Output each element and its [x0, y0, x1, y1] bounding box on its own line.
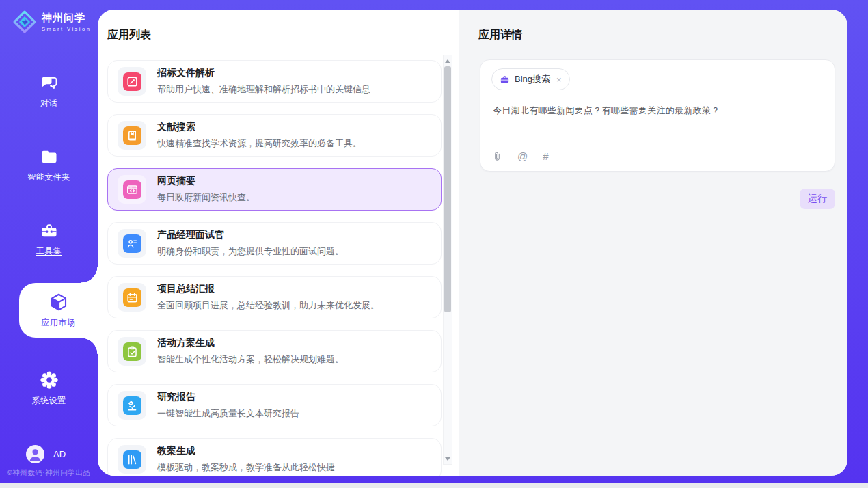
app-card-text: 网页摘要 每日政府新闻资讯快查。: [157, 175, 255, 204]
app-card-title: 招标文件解析: [157, 67, 370, 79]
avatar: [26, 445, 44, 463]
interviewer-icon: [123, 234, 141, 253]
scrollbar[interactable]: [443, 55, 452, 465]
gear-icon: [39, 370, 59, 390]
app-card-bid-parse[interactable]: 招标文件解析 帮助用户快速、准确地理解和解析招标书中的关键信息: [107, 60, 442, 103]
sidebar-item-smart-folder[interactable]: 智能文件夹: [0, 146, 98, 185]
sidebar-item-label: 应用市场: [42, 317, 76, 329]
app-card-desc: 全面回顾项目进展，总结经验教训，助力未来优化发展。: [157, 299, 379, 312]
brand-diamond-icon: [12, 10, 37, 34]
app-card-project-summary[interactable]: 项目总结汇报 全面回顾项目进展，总结经验教训，助力未来优化发展。: [107, 276, 442, 318]
app-icon-tile: [118, 391, 146, 420]
app-card-text: 活动方案生成 智能生成个性化活动方案，轻松解决规划难题。: [157, 337, 344, 366]
clipboard-check-icon: [123, 342, 141, 361]
app-card-title: 教案生成: [157, 445, 335, 457]
app-icon-tile: [118, 337, 146, 366]
app-card-event-plan[interactable]: 活动方案生成 智能生成个性化活动方案，轻松解决规划难题。: [107, 330, 442, 372]
app-card-title: 网页摘要: [157, 175, 255, 187]
microscope-icon: [123, 396, 141, 415]
app-card-title: 项目总结汇报: [157, 283, 379, 295]
app-card-pm-interviewer[interactable]: 产品经理面试官 明确身份和职责，为您提供专业性的面试问题。: [107, 222, 442, 265]
sidebar-item-label: 工具集: [36, 245, 62, 257]
scrollbar-thumb[interactable]: [444, 66, 451, 312]
app-icon-tile: [118, 445, 146, 474]
person-icon: [26, 445, 44, 463]
app-card-text: 招标文件解析 帮助用户快速、准确地理解和解析招标书中的关键信息: [157, 67, 370, 96]
query-text[interactable]: 今日湖北有哪些新闻要点？有哪些需要关注的最新政策？: [493, 105, 822, 117]
sidebar-item-app-market[interactable]: 应用市场: [19, 283, 98, 338]
app-card-literature-search[interactable]: 文献搜索 快速精准查找学术资源，提高研究效率的必备工具。: [107, 114, 442, 157]
run-button[interactable]: 运行: [800, 189, 835, 209]
app-card-text: 研究报告 一键智能生成高质量长文本研究报告: [157, 391, 299, 420]
sidebar-item-label: 对话: [40, 98, 57, 109]
sidebar-item-label: 系统设置: [32, 395, 66, 407]
app-card-desc: 明确身份和职责，为您提供专业性的面试问题。: [157, 245, 344, 258]
browser-code-icon: [123, 180, 141, 199]
brand-name: 神州问学: [42, 12, 91, 25]
app-card-text: 文献搜索 快速精准查找学术资源，提高研究效率的必备工具。: [157, 121, 362, 150]
pen-square-icon: [123, 72, 141, 91]
query-card: Bing搜索 × 今日湖北有哪些新闻要点？有哪些需要关注的最新政策？ @ #: [480, 59, 835, 172]
brand-logo: 神州问学 Smart Vision: [0, 0, 98, 34]
book-icon: [123, 126, 141, 145]
books-icon: [123, 450, 141, 469]
mention-icon[interactable]: @: [517, 150, 528, 162]
app-frame: 神州问学 Smart Vision 对话 智能文件夹: [0, 0, 868, 483]
scroll-up-button[interactable]: [444, 56, 452, 66]
triangle-down-icon: [445, 457, 450, 461]
triangle-up-icon: [445, 59, 450, 63]
sidebar-item-settings[interactable]: 系统设置: [0, 369, 98, 407]
briefcase-icon: [500, 74, 510, 85]
hashtag-icon[interactable]: #: [543, 150, 548, 162]
app-card-title: 产品经理面试官: [157, 229, 344, 241]
chat-icon: [40, 74, 59, 93]
app-card-desc: 智能生成个性化活动方案，轻松解决规划难题。: [157, 353, 344, 366]
scroll-down-button[interactable]: [444, 454, 452, 463]
app-icon-tile: [118, 67, 146, 96]
sidebar: 神州问学 Smart Vision 对话 智能文件夹: [0, 0, 98, 483]
tool-chip-bing-search[interactable]: Bing搜索 ×: [491, 68, 570, 90]
paperclip-icon[interactable]: [492, 150, 502, 162]
calendar-note-icon: [123, 288, 141, 307]
folder-icon: [40, 148, 59, 167]
app-card-desc: 每日政府新闻资讯快查。: [157, 191, 255, 204]
brand-tagline: Smart Vision: [42, 26, 91, 32]
sidebar-item-toolset[interactable]: 工具集: [0, 220, 98, 258]
brand-text: 神州问学 Smart Vision: [42, 12, 91, 32]
copyright: ©神州数码·神州问学出品: [7, 468, 90, 478]
app-card-title: 活动方案生成: [157, 337, 344, 349]
app-card-desc: 模板驱动，教案秒成，教学准备从此轻松快捷: [157, 461, 335, 474]
app-card-text: 教案生成 模板驱动，教案秒成，教学准备从此轻松快捷: [157, 445, 335, 474]
content-area: 应用列表 招标文件解析 帮助用户快速、准确地理解和解析招标书中的关键信息: [98, 10, 847, 476]
run-row: 运行: [459, 172, 847, 209]
user-profile[interactable]: AD: [26, 445, 66, 463]
app-card-text: 项目总结汇报 全面回顾项目进展，总结经验教训，助力未来优化发展。: [157, 283, 379, 312]
app-card-title: 研究报告: [157, 391, 299, 403]
app-card-title: 文献搜索: [157, 121, 362, 133]
app-card-text: 产品经理面试官 明确身份和职责，为您提供专业性的面试问题。: [157, 229, 344, 258]
user-name: AD: [53, 449, 66, 459]
sidebar-item-chat[interactable]: 对话: [0, 72, 98, 111]
chip-label: Bing搜索: [515, 73, 550, 85]
app-card-research-report[interactable]: 研究报告 一键智能生成高质量长文本研究报告: [107, 384, 442, 426]
app-card-desc: 快速精准查找学术资源，提高研究效率的必备工具。: [157, 137, 362, 150]
app-list: 招标文件解析 帮助用户快速、准确地理解和解析招标书中的关键信息 文献搜索: [107, 60, 442, 476]
app-card-desc: 帮助用户快速、准确地理解和解析招标书中的关键信息: [157, 83, 370, 96]
app-card-web-summary[interactable]: 网页摘要 每日政府新闻资讯快查。: [107, 168, 442, 211]
cube-icon: [49, 292, 69, 312]
attachment-toolbar: @ #: [492, 150, 549, 162]
app-icon-tile: [118, 175, 146, 204]
app-detail-panel: 应用详情 Bing搜索 × 今日湖北有哪些新闻要点？有哪些需要关注的最新政策？: [459, 10, 847, 476]
app-card-desc: 一键智能生成高质量长文本研究报告: [157, 407, 299, 420]
chip-close-icon[interactable]: ×: [556, 75, 562, 84]
sidebar-nav: 对话 智能文件夹 工具集: [0, 72, 98, 407]
app-list-title: 应用列表: [107, 28, 459, 42]
app-card-lesson-plan[interactable]: 教案生成 模板驱动，教案秒成，教学准备从此轻松快捷: [107, 438, 442, 476]
app-detail-title: 应用详情: [478, 28, 847, 42]
app-list-panel: 应用列表 招标文件解析 帮助用户快速、准确地理解和解析招标书中的关键信息: [98, 10, 459, 476]
toolbox-icon: [40, 221, 59, 241]
app-icon-tile: [118, 121, 146, 150]
app-icon-tile: [118, 229, 146, 258]
sidebar-item-label: 智能文件夹: [27, 172, 70, 183]
app-icon-tile: [118, 283, 146, 312]
